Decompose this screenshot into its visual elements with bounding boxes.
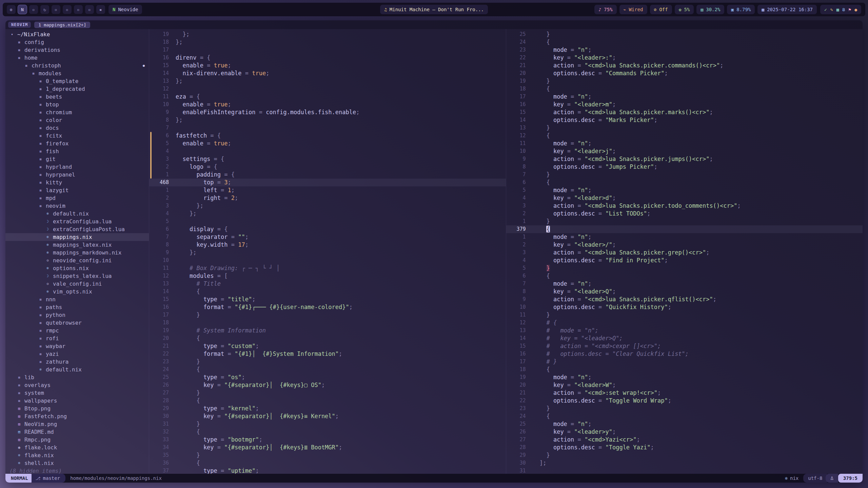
code-line[interactable]: 1 padding = { [149,171,506,179]
workspace-button-6[interactable]: ▫ [63,5,72,14]
code-line[interactable]: 31 [506,467,863,474]
code-line[interactable]: 379 { [506,225,863,233]
tree-item-mappings-markdown-nix[interactable]: ❄mappings_markdown.nix [5,249,149,257]
tree-item-snippets-latex-lua[interactable]: ☽snippets_latex.lua [5,272,149,280]
code-line[interactable]: 36 { [149,459,506,467]
code-line[interactable]: 16 key = "<leader>m"; [506,101,863,108]
code-line[interactable]: 8}; [149,116,506,124]
tree-item-rofi[interactable]: ◼rofi [5,334,149,342]
code-line[interactable]: 1 } [506,218,863,225]
code-line[interactable]: 31 } [149,420,506,428]
code-line[interactable]: 16direnv = { [149,54,506,62]
module-volume[interactable]: ♪75% [594,5,616,14]
code-line[interactable]: 11 mode = "n"; [506,140,863,147]
tree-item-nnn[interactable]: ◼nnn [5,296,149,303]
tree-item-mappings-nix[interactable]: ❄mappings.nix [5,233,149,241]
tree-item--nixflake[interactable]: ▾~/NixFlake [5,30,149,38]
code-line[interactable]: 2 logo = { [149,163,506,171]
code-line[interactable]: 20 options.desc = "Commands Picker"; [506,69,863,77]
code-line[interactable]: 2 options.desc = "List TODOs"; [506,210,863,218]
code-line[interactable]: 7 mode = "n"; [506,280,863,288]
tree-item-vim-opts-nix[interactable]: ❄vim_opts.nix [5,288,149,296]
code-line[interactable]: 20 key = "<leader>W"; [506,381,863,389]
tree-item-flake-nix[interactable]: ❄flake.nix [5,451,149,459]
tree-item-mappings-latex-nix[interactable]: ❄mappings_latex.nix [5,241,149,249]
tree-item-hyprland[interactable]: ◼hyprland [5,163,149,171]
tree-item-extraconfiglua-lua[interactable]: ☽extraConfigLua.lua [5,218,149,225]
code-line[interactable]: 9 action = "<cmd>lua Snacks.picker.qflis… [506,296,863,303]
git-branch[interactable]: ⎇ master [32,474,66,483]
tree-item-zathura[interactable]: ◼zathura [5,358,149,366]
code-line[interactable]: 7 [149,124,506,132]
code-line[interactable]: 3 action = "<cmd>lua Snacks.picker.todo_… [506,202,863,210]
code-line[interactable]: 12 [149,85,506,93]
tree-item-paths[interactable]: ◼paths [5,303,149,311]
code-line[interactable]: 29 type = "kernel"; [149,405,506,412]
tab-mappings-nix[interactable]: 1 mappings.nix[2+] [34,22,90,28]
workspace-button-4[interactable]: ↻ [40,5,49,14]
code-line[interactable]: 5 enable = true; [149,140,506,147]
code-line[interactable]: 7 separator = ""; [149,233,506,241]
code-line[interactable]: 468 top = 3; [149,179,506,186]
module-power-profile[interactable]: ✿5% [675,5,694,14]
code-line[interactable]: 15 enable = true; [149,62,506,69]
tree-item-rmpc[interactable]: ◼rmpc [5,327,149,334]
code-line[interactable]: 17 [149,46,506,54]
code-line[interactable]: 6 display = { [149,225,506,233]
code-line[interactable]: 5 } [506,264,863,272]
tree-item-yazi[interactable]: ◼yazi [5,350,149,358]
tree-item-waybar[interactable]: ◼waybar [5,342,149,350]
code-line[interactable]: 23 } [506,405,863,412]
code-line[interactable]: 14 # key = "<leader>Q"; [506,334,863,342]
code-line[interactable]: 37 type = "uptime"; [149,467,506,474]
workspace-button-9[interactable]: ▪ [96,5,105,14]
workspace-button-1[interactable]: ❆ [7,5,16,14]
code-line[interactable]: 13 # Title [149,280,506,288]
code-line[interactable]: 25 } [506,30,863,38]
editor-pane-left[interactable]: 19 };18};1716direnv = {15 enable = true;… [149,29,506,474]
code-line[interactable]: 21 type = "custom"; [149,342,506,350]
code-line[interactable]: 17 # } [506,358,863,366]
module-cpu[interactable]: ▣8.79% [727,5,755,14]
module-memory[interactable]: ▤30.2% [696,5,724,14]
code-line[interactable]: 26 key = "{#separator}│ {#keys}▢ OS"; [149,381,506,389]
code-line[interactable]: 6fastfetch = { [149,132,506,140]
code-line[interactable]: 14 { [149,288,506,296]
tree-item-shell-nix[interactable]: ❄shell.nix [5,459,149,467]
code-line[interactable]: 13}; [149,77,506,85]
tree-item-neovim[interactable]: ◼neovim [5,202,149,210]
code-line[interactable]: 22 format = "{#1}│ {#}System Information… [149,350,506,358]
tree-item-christoph[interactable]: ◼christoph● [5,62,149,69]
code-line[interactable]: 2 right = 2; [149,194,506,202]
code-line[interactable]: 35 } [149,451,506,459]
code-line[interactable]: 2 key = "<leader>/"; [506,241,863,249]
sync-check-icon[interactable]: ✓ [824,7,827,12]
tree-item-wallpapers[interactable]: ◼wallpapers [5,397,149,405]
module-network[interactable]: ⌁Wired [619,5,647,14]
code-line[interactable]: 27 action = "<cmd>Yazi<cr>"; [506,436,863,444]
workspace-button-8[interactable]: ▫ [85,5,94,14]
code-line[interactable]: 28 { [149,397,506,405]
workspace-button-5[interactable]: ▫ [52,5,60,14]
tree-item-extraconfigluapost-lua[interactable]: ☽extraConfigLuaPost.lua [5,225,149,233]
tree-item-home[interactable]: ◼home [5,54,149,62]
tree-item-1-deprecated[interactable]: ◼1_deprecated [5,85,149,93]
code-line[interactable]: 4 }; [149,210,506,218]
code-line[interactable]: 15 type = "title"; [149,296,506,303]
tree-item-modules[interactable]: ◼modules [5,69,149,77]
tree-item-btop[interactable]: ◼btop [5,101,149,108]
code-line[interactable]: 6 { [506,272,863,280]
tree-item-lazygit[interactable]: ◼lazygit [5,186,149,194]
active-app-chip[interactable]: N Neovide [108,5,142,14]
code-line[interactable]: 7 } [506,171,863,179]
code-line[interactable]: 11 # Box Drawing: ┌ ─ ┐ └ ┘ │ [149,264,506,272]
tree-item-flake-lock[interactable]: ●flake.lock [5,444,149,451]
code-line[interactable]: 3 action = "<cmd>lua Snacks.picker.grep(… [506,249,863,257]
module-notifications[interactable]: ⊘Off [650,5,672,14]
code-line[interactable]: 9 action = "<cmd>lua Snacks.picker.jumps… [506,155,863,163]
code-line[interactable]: 1 mode = "n"; [506,233,863,241]
editor-pane-right[interactable]: 25 }24 {23 mode = "n";22 key = "<leader>… [506,29,863,474]
code-line[interactable]: 14 nix-direnv.enable = true; [149,69,506,77]
tree-item-neovide-config-ini[interactable]: ⚙neovide_config.ini [5,257,149,264]
workspace-button-2[interactable]: N [18,5,27,14]
